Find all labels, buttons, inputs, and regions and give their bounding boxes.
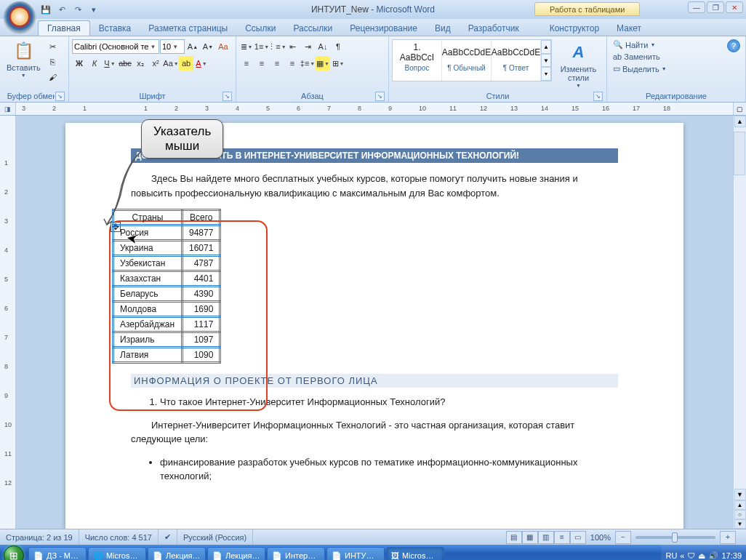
style-item-answer[interactable]: AaBbCcDdE¶ Ответ	[492, 40, 541, 81]
scroll-thumb[interactable]	[734, 132, 745, 175]
decrease-indent-icon[interactable]: ⇤	[285, 39, 300, 54]
qat-save-icon[interactable]: 💾	[39, 3, 52, 16]
zoom-thumb[interactable]	[672, 532, 678, 543]
align-center-icon[interactable]: ≡	[254, 56, 269, 71]
subscript-icon[interactable]: x₂	[133, 56, 148, 71]
borders-icon[interactable]: ⊞▼	[331, 56, 345, 71]
styles-launcher[interactable]: ↘	[593, 92, 603, 101]
font-launcher[interactable]: ↘	[222, 92, 232, 101]
view-fullread-icon[interactable]: ▦	[522, 531, 538, 544]
view-web-icon[interactable]: ▥	[538, 531, 554, 544]
bold-icon[interactable]: Ж	[72, 56, 87, 71]
table-row[interactable]: Беларусь4390	[113, 287, 220, 302]
scroll-up-icon[interactable]: ▲	[734, 116, 746, 127]
qat-customize-icon[interactable]: ▾	[87, 3, 100, 16]
taskbar-item[interactable]: 🌐Micros…	[88, 547, 146, 560]
taskbar-item[interactable]: 📄ДЗ - M…	[28, 547, 87, 560]
font-color-icon[interactable]: A▼	[194, 56, 209, 71]
change-case-icon[interactable]: Aa▼	[164, 56, 178, 71]
zoom-slider[interactable]	[635, 536, 715, 539]
gallery-down-icon[interactable]: ▼	[541, 54, 551, 68]
cut-icon[interactable]: ✂	[46, 39, 60, 54]
style-item-question[interactable]: 1. AaBbCcIВопрос	[393, 40, 442, 81]
superscript-icon[interactable]: x²	[148, 56, 163, 71]
justify-icon[interactable]: ≡	[285, 56, 300, 71]
ruler-vertical[interactable]: 123 456 789 101112	[0, 116, 16, 529]
table-row[interactable]: Азербайджан1117	[113, 317, 220, 332]
tab-page-layout[interactable]: Разметка страницы	[140, 21, 236, 36]
ruler-corner[interactable]: ◨	[0, 103, 16, 115]
replace-button[interactable]: abЗаменить	[611, 52, 668, 62]
scroll-down-icon[interactable]: ▼	[734, 489, 746, 500]
taskbar-item[interactable]: 📄Интер…	[267, 547, 325, 560]
paragraph-launcher[interactable]: ↘	[375, 92, 385, 101]
taskbar-item[interactable]: 🖼Micros…	[386, 547, 444, 560]
status-language[interactable]: Русский (Россия)	[177, 529, 253, 545]
tab-insert[interactable]: Вставка	[90, 21, 140, 36]
view-outline-icon[interactable]: ≡	[554, 531, 570, 544]
tray-removable-icon[interactable]: ⏏	[698, 551, 705, 561]
line-spacing-icon[interactable]: ‡≡▼	[300, 56, 315, 71]
tab-review[interactable]: Рецензирование	[341, 21, 426, 36]
table-row[interactable]: Израиль1097	[113, 332, 220, 348]
bullets-icon[interactable]: ≣▼	[239, 39, 254, 54]
tab-home[interactable]: Главная	[38, 20, 90, 36]
clipboard-launcher[interactable]: ↘	[55, 92, 65, 101]
table-row[interactable]: Украина16071	[113, 241, 220, 256]
find-button[interactable]: 🔍Найти ▼	[611, 39, 668, 50]
clear-format-icon[interactable]: Aa	[216, 39, 230, 54]
numbering-icon[interactable]: 1≡▼	[254, 39, 269, 54]
table-row[interactable]: Молдова1690	[113, 302, 220, 317]
view-print-icon[interactable]: ▤	[506, 531, 522, 544]
font-name-combo[interactable]: Calibri (Основной те▼	[72, 39, 159, 54]
show-marks-icon[interactable]: ¶	[331, 39, 345, 54]
tray-lang[interactable]: RU	[665, 551, 677, 560]
format-painter-icon[interactable]: 🖌	[46, 70, 60, 84]
align-right-icon[interactable]: ≡	[270, 56, 284, 71]
shrink-font-icon[interactable]: A▼	[201, 39, 215, 54]
tray-volume-icon[interactable]: 🔊	[708, 551, 718, 561]
ruler-horizontal[interactable]: 321123456789101112131415161718	[16, 103, 733, 115]
countries-table[interactable]: СтраныВсего Россия94877Украина16071Узбек…	[112, 209, 221, 364]
table-row[interactable]: Казахстан4401	[113, 271, 220, 287]
close-button[interactable]: ✕	[726, 1, 743, 13]
table-row[interactable]: Россия94877	[113, 225, 220, 241]
browse-object-icon[interactable]: ○	[734, 510, 746, 519]
multilevel-icon[interactable]: ⋮≡▼	[270, 39, 284, 54]
qat-undo-icon[interactable]: ↶	[55, 3, 68, 16]
highlight-icon[interactable]: ab	[179, 56, 193, 71]
status-words[interactable]: Число слов: 4 517	[79, 529, 159, 545]
status-proof-icon[interactable]: ✔	[159, 529, 177, 545]
gallery-up-icon[interactable]: ▲	[541, 40, 551, 54]
select-button[interactable]: ▭Выделить ▼	[611, 63, 668, 74]
help-icon[interactable]: ?	[727, 39, 740, 52]
increase-indent-icon[interactable]: ⇥	[300, 39, 315, 54]
taskbar-item[interactable]: 📄Лекция…	[148, 547, 206, 560]
tray-clock[interactable]: 17:39	[721, 551, 742, 560]
taskbar-item[interactable]: 📄ИНТУ…	[326, 547, 385, 560]
vertical-scrollbar[interactable]: ▲ ▼ ▲ ○ ▼	[733, 116, 746, 529]
shading-icon[interactable]: ▦▼	[316, 56, 330, 71]
tab-developer[interactable]: Разработчик	[460, 21, 528, 36]
grow-font-icon[interactable]: A▲	[185, 39, 200, 54]
minimize-button[interactable]: —	[688, 1, 705, 13]
align-left-icon[interactable]: ≡	[239, 56, 254, 71]
change-styles-button[interactable]: A Изменить стили ▼	[553, 39, 603, 89]
italic-icon[interactable]: К	[87, 56, 102, 71]
taskbar-item[interactable]: 📄Лекция…	[207, 547, 265, 560]
table-row[interactable]: Латвия1090	[113, 348, 220, 363]
tab-mailings[interactable]: Рассылки	[284, 21, 341, 36]
strike-icon[interactable]: abc	[118, 56, 132, 71]
tab-table-design[interactable]: Конструктор	[541, 21, 608, 36]
zoom-level[interactable]: 100%	[586, 533, 615, 542]
font-size-combo[interactable]: 10▼	[160, 39, 185, 54]
next-page-icon[interactable]: ▼	[734, 519, 746, 529]
document-page[interactable]: ДОБРО ПОЖАЛОВАТЬ В ИНТЕРНЕТ-УНИВЕРСИТЕТ …	[65, 123, 683, 529]
style-item-normal[interactable]: AaBbCcDdE¶ Обычный	[442, 40, 492, 81]
paste-button[interactable]: 📋 Вставить ▼	[3, 38, 44, 79]
ruler-toggle-icon[interactable]: ▢	[733, 103, 746, 115]
tray-shield-icon[interactable]: 🛡	[687, 551, 695, 560]
prev-page-icon[interactable]: ▲	[734, 500, 746, 510]
view-draft-icon[interactable]: ▭	[570, 531, 586, 544]
gallery-more-icon[interactable]: ▾	[541, 67, 551, 81]
